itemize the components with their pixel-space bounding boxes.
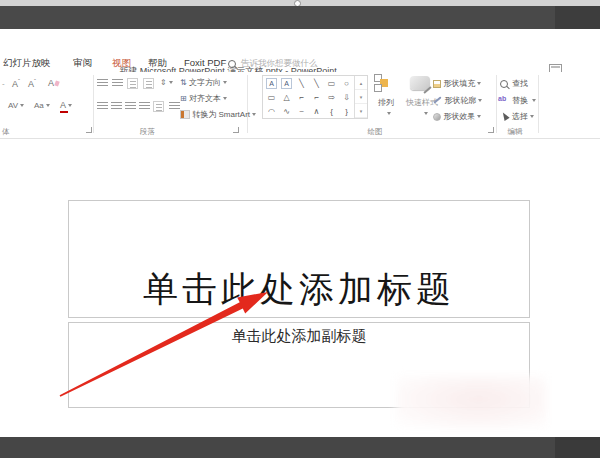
gallery-scroll-down-icon[interactable]: ▾ bbox=[355, 90, 367, 104]
font-dialog-launcher-icon[interactable] bbox=[86, 127, 92, 133]
gallery-scrollbar[interactable]: ▴ ▾ ▾ bbox=[354, 76, 367, 118]
increase-indent-icon[interactable] bbox=[143, 78, 154, 89]
shape-fill-icon bbox=[433, 80, 441, 88]
tellme-input[interactable]: 告诉我你想要做什么 bbox=[241, 58, 318, 70]
chevron-down-icon bbox=[169, 81, 173, 84]
decrease-indent-icon[interactable] bbox=[127, 78, 138, 89]
chevron-down-icon bbox=[252, 113, 256, 116]
distribute-icon[interactable] bbox=[169, 102, 180, 111]
down-arrow-shape-icon[interactable]: ⇩ bbox=[339, 90, 354, 104]
chevron-down-icon bbox=[477, 82, 481, 85]
line-shape-icon[interactable]: ╲ bbox=[294, 76, 309, 90]
powerpoint-window: 新建 Microsoft PowerPoint 演示文稿.pptx - Powe… bbox=[0, 0, 600, 458]
right-brace-shape-icon[interactable]: } bbox=[339, 104, 354, 118]
shape-effects-icon bbox=[433, 113, 441, 121]
columns-icon[interactable] bbox=[153, 101, 164, 112]
left-brace-shape-icon[interactable]: { bbox=[324, 104, 339, 118]
chevron-down-icon bbox=[530, 115, 534, 118]
player-bottom-bar-right bbox=[555, 437, 600, 458]
arrange-icon bbox=[372, 74, 394, 92]
select-button[interactable]: 选择 bbox=[512, 111, 534, 122]
freeform-shape-icon[interactable]: ~ bbox=[294, 104, 309, 118]
tab-foxit-pdf[interactable]: Foxit PDF bbox=[184, 57, 226, 68]
tellme-search-icon[interactable] bbox=[228, 60, 236, 68]
font-group-label: 体 bbox=[2, 127, 10, 137]
line-spacing-icon[interactable]: ⇕ bbox=[160, 78, 173, 87]
drawing-dialog-launcher-icon[interactable] bbox=[488, 127, 494, 133]
eraser-icon bbox=[54, 80, 59, 86]
align-center-icon[interactable] bbox=[111, 102, 122, 111]
font-color-button[interactable]: A bbox=[60, 100, 72, 110]
font-size-dropdown-remnant[interactable]: - bbox=[2, 79, 5, 88]
gallery-scroll-up-icon[interactable]: ▴ bbox=[355, 76, 367, 90]
group-separator bbox=[93, 75, 94, 133]
paragraph-dialog-launcher-icon[interactable] bbox=[233, 127, 239, 133]
grow-font-button[interactable]: Aˆ bbox=[12, 78, 20, 89]
group-separator bbox=[247, 75, 248, 133]
paragraph-group-label: 段落 bbox=[140, 127, 155, 137]
shapes-gallery[interactable]: A A ╲ ╲ ▭ ○ ▭ △ ⌐ ⌐ ⇨ ⇩ ◠ ∿ ~ ∧ { } ▴ ▾ … bbox=[262, 75, 368, 119]
textbox-shape-icon[interactable]: A bbox=[264, 76, 279, 90]
oval-shape-icon[interactable]: ○ bbox=[339, 76, 354, 90]
chevron-down-icon bbox=[532, 99, 536, 102]
title-bar: 新建 Microsoft PowerPoint 演示文稿.pptx - Powe… bbox=[0, 29, 600, 55]
chevron-down-icon bbox=[478, 99, 482, 102]
shape-outline-button[interactable]: 形状轮廓 bbox=[433, 95, 482, 106]
chevron-down-icon bbox=[20, 104, 24, 107]
align-text-button[interactable]: ⊞ 对齐文本 bbox=[180, 93, 227, 104]
group-separator bbox=[496, 75, 497, 133]
align-left-icon[interactable] bbox=[97, 102, 108, 111]
shrink-font-button[interactable]: Aˇ bbox=[28, 78, 36, 89]
shape-effects-button[interactable]: 形状效果 bbox=[433, 111, 481, 122]
elbow-connector-shape-icon[interactable]: ⌐ bbox=[294, 90, 309, 104]
rounded-rect-shape-icon[interactable]: ▭ bbox=[264, 90, 279, 104]
title-placeholder-text[interactable]: 单击此处添加标题 bbox=[68, 266, 530, 313]
clear-formatting-button[interactable]: A bbox=[48, 78, 59, 88]
player-dark-bar bbox=[0, 6, 600, 29]
group-separator bbox=[538, 75, 539, 133]
convert-smartart-button[interactable]: 转换为 SmartArt bbox=[180, 109, 256, 120]
align-text-icon: ⊞ bbox=[180, 94, 187, 103]
bullets-icon[interactable] bbox=[97, 79, 108, 88]
character-spacing-button[interactable]: AV bbox=[8, 101, 24, 110]
find-button[interactable]: 查找 bbox=[512, 78, 528, 89]
shape-fill-button[interactable]: 形状填充 bbox=[433, 78, 481, 89]
gallery-more-icon[interactable]: ▾ bbox=[355, 104, 367, 118]
drawing-group-label: 绘图 bbox=[345, 127, 405, 137]
font-color-swatch bbox=[60, 111, 68, 113]
subtitle-placeholder-text[interactable]: 单击此处添加副标题 bbox=[68, 327, 530, 346]
tab-review[interactable]: 审阅 bbox=[73, 57, 92, 70]
replace-button[interactable]: 替换 bbox=[512, 95, 536, 106]
vertical-textbox-shape-icon[interactable]: A bbox=[279, 76, 294, 90]
change-case-button[interactable]: Aa bbox=[34, 101, 50, 110]
triangle-shape-icon[interactable]: △ bbox=[279, 90, 294, 104]
tab-help[interactable]: 帮助 bbox=[148, 57, 167, 70]
player-bottom-bar bbox=[0, 437, 600, 458]
blurred-watermark-patch bbox=[396, 376, 546, 428]
chevron-down-icon bbox=[223, 81, 227, 84]
player-dark-bar-right bbox=[555, 6, 600, 29]
find-icon bbox=[500, 80, 508, 88]
right-arrow-shape-icon[interactable]: ⇨ bbox=[324, 90, 339, 104]
line-arrow-shape-icon[interactable]: ╲ bbox=[309, 76, 324, 90]
chevron-down-icon bbox=[68, 104, 72, 107]
chevron-down-icon bbox=[424, 112, 428, 115]
text-direction-button[interactable]: ⇅ 文字方向 bbox=[180, 77, 227, 88]
curve-shape-icon[interactable]: ∿ bbox=[279, 104, 294, 118]
align-right-icon[interactable] bbox=[125, 102, 136, 111]
arrange-button[interactable]: 排列 bbox=[378, 97, 394, 108]
tab-view[interactable]: 视图 bbox=[112, 57, 131, 70]
rectangle-shape-icon[interactable]: ▭ bbox=[324, 76, 339, 90]
numbering-icon[interactable] bbox=[112, 79, 123, 88]
chevron-down-icon bbox=[223, 97, 227, 100]
replace-icon: ab bbox=[498, 95, 506, 102]
tab-slideshow[interactable]: 幻灯片放映 bbox=[3, 57, 51, 70]
justify-icon[interactable] bbox=[139, 102, 150, 111]
smartart-icon bbox=[180, 110, 190, 119]
curved-connector-shape-icon[interactable]: ⌐ bbox=[309, 90, 324, 104]
chevron-down-icon bbox=[477, 115, 481, 118]
arc-shape-icon[interactable]: ◠ bbox=[264, 104, 279, 118]
polyline-shape-icon[interactable]: ∧ bbox=[309, 104, 324, 118]
shape-outline-icon bbox=[433, 96, 441, 103]
chevron-down-icon bbox=[46, 104, 50, 107]
